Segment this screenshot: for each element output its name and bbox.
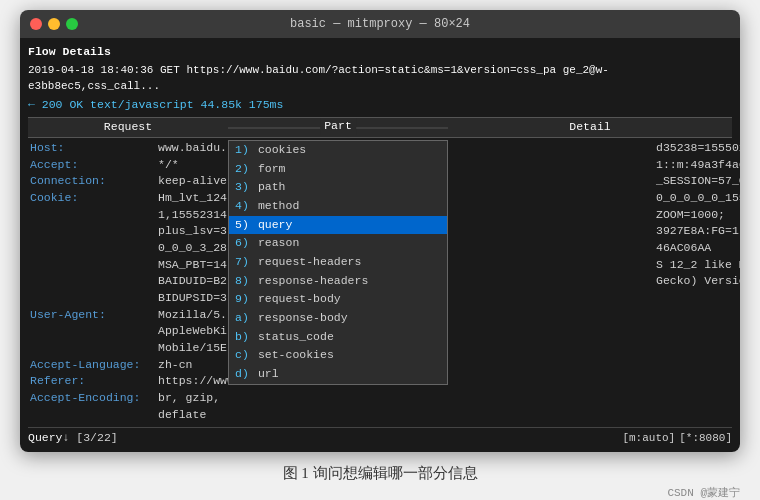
detail-val-5: ZOOM=1000; [656,207,740,224]
response-line: ← 200 OK text/javascript 44.85k 175ms [28,97,732,114]
detail-val-8: S 12_2 like Mac OS X) [656,257,740,274]
req-key-cookie: Cookie: [28,190,158,207]
req-key-accept-lang: Accept-Language: [28,357,158,374]
part-dropdown[interactable]: 1) cookies 2) form 3) path 4) method 5) … [228,140,448,385]
table-row: Host: www.baidu. [28,140,228,157]
part-item-response-body[interactable]: a) response-body [229,309,447,328]
minimize-button[interactable] [48,18,60,30]
detail-val-1: d35238=1555028007,155522652 [656,140,740,157]
table-row: Referer: https://www.baidu.com/ [28,373,228,390]
table-header: Request Part Detail [28,117,732,138]
part-item-set-cookies[interactable]: c) set-cookies [229,346,447,365]
part-item-response-headers[interactable]: 8) response-headers [229,272,447,291]
req-key-blank6 [28,290,158,307]
req-key-blank3 [28,240,158,257]
req-val-ua1: Mozilla/5. [158,307,227,324]
detail-val-3: _SESSION=57_0_0_3_0_w3_3_3_ [656,173,740,190]
req-val-lang: zh-cn [158,357,193,374]
part-item-status-code[interactable]: b) status_code [229,328,447,347]
part-item-form[interactable]: 2) form [229,160,447,179]
req-val-accept: */* [158,157,179,174]
mode-badge-2: [*:8080] [679,431,732,447]
titlebar-text: basic — mitmproxy — 80×24 [290,17,470,31]
table-row: Accept-Language: zh-cn [28,357,228,374]
close-button[interactable] [30,18,42,30]
table-row: 0_0_0_3_28 [28,240,228,257]
part-item-url[interactable]: d) url [229,365,447,384]
part-item-request-body[interactable]: 9) request-body [229,290,447,309]
table-row: 1,15552314 [28,207,228,224]
flow-title: Flow Details [28,44,732,61]
query-label: Query [28,430,63,447]
req-key-blank5 [28,273,158,290]
part-item-query[interactable]: 5) query [229,216,447,235]
bottom-bar: Query ↓ [3/22] [m:auto] [*:8080] [28,427,732,447]
req-val-connection: keep-alive [158,173,227,190]
req-val-cookie2: 1,15552314 [158,207,227,224]
req-key-blank4 [28,257,158,274]
part-item-method[interactable]: 4) method [229,197,447,216]
part-column-header: Part [228,119,448,136]
req-val-host: www.baidu. [158,140,227,157]
detail-val-7: 46AC06AA [656,240,740,257]
content-area: Host: www.baidu. Accept: */* Connection:… [28,140,732,423]
detail-column-header: Detail [448,119,732,136]
terminal-body: Flow Details 2019-04-18 18:40:36 GET htt… [20,38,740,452]
table-row: BIDUPSID=3 [28,290,228,307]
req-val-cookie7: BIDUPSID=3 [158,290,227,307]
req-val-cookie6: BAIDUID=B2 [158,273,227,290]
titlebar: basic — mitmproxy — 80×24 [20,10,740,38]
req-key-blank1 [28,207,158,224]
url-text: 2019-04-18 18:40:36 GET https://www.baid… [28,64,609,92]
req-key-connection: Connection: [28,173,158,190]
arrow-icon: ← [28,98,42,111]
req-key-host: Host: [28,140,158,157]
req-key-blank2 [28,223,158,240]
table-row: Cookie: Hm_lvt_124 [28,190,228,207]
req-val-ua2: AppleWebKi [158,323,227,340]
mode-badge-1: [m:auto] [622,431,675,447]
req-val-referer: https://www.baidu.com/ [158,373,228,390]
req-key-blank7 [28,323,158,340]
request-column-header: Request [28,119,228,136]
req-val-cookie1: Hm_lvt_124 [158,190,227,207]
req-key-accept-enc: Accept-Encoding: [28,390,158,423]
table-row: User-Agent: Mozilla/5. [28,307,228,324]
detail-val-4: 0_0_0_0_0_1554472864%7C1; [656,190,740,207]
detail-val-6: 3927E8A:FG=1; [656,223,740,240]
table-row: plus_lsv=3 [28,223,228,240]
response-status: 200 OK text/javascript 44.85k 175ms [42,98,284,111]
req-key-useragent: User-Agent: [28,307,158,324]
req-key-referer: Referer: [28,373,158,390]
req-val-cookie4: 0_0_0_3_28 [158,240,227,257]
maximize-button[interactable] [66,18,78,30]
part-item-cookies[interactable]: 1) cookies [229,141,447,160]
table-row: Mobile/15E [28,340,228,357]
url-line: 2019-04-18 18:40:36 GET https://www.baid… [28,63,732,95]
req-val-enc: br, gzip, deflate [158,390,228,423]
detail-column: d35238=1555028007,155522652 1::m:49a3f4a… [648,140,740,423]
req-val-ua3: Mobile/15E [158,340,227,357]
req-key-blank8 [28,340,158,357]
part-item-reason[interactable]: 6) reason [229,234,447,253]
detail-val-2: 1::m:49a3f4a6; [656,157,740,174]
page-caption: 图 1 询问想编辑哪一部分信息 [283,464,478,483]
table-row: MSA_PBT=14 [28,257,228,274]
req-val-cookie5: MSA_PBT=14 [158,257,227,274]
part-item-path[interactable]: 3) path [229,178,447,197]
pagination: ↓ [3/22] [63,430,118,447]
part-item-request-headers[interactable]: 7) request-headers [229,253,447,272]
request-column: Host: www.baidu. Accept: */* Connection:… [28,140,228,423]
req-val-cookie3: plus_lsv=3 [158,223,227,240]
table-row: Accept-Encoding: br, gzip, deflate [28,390,228,423]
table-row: Accept: */* [28,157,228,174]
detail-val-9: Gecko) Version/12.1 [656,273,740,290]
table-row: Connection: keep-alive [28,173,228,190]
part-label: Part [320,118,356,135]
req-key-accept: Accept: [28,157,158,174]
watermark: CSDN @蒙建宁 [20,485,740,500]
table-row: AppleWebKi [28,323,228,340]
terminal-window: basic — mitmproxy — 80×24 Flow Details 2… [20,10,740,452]
table-row: BAIDUID=B2 [28,273,228,290]
